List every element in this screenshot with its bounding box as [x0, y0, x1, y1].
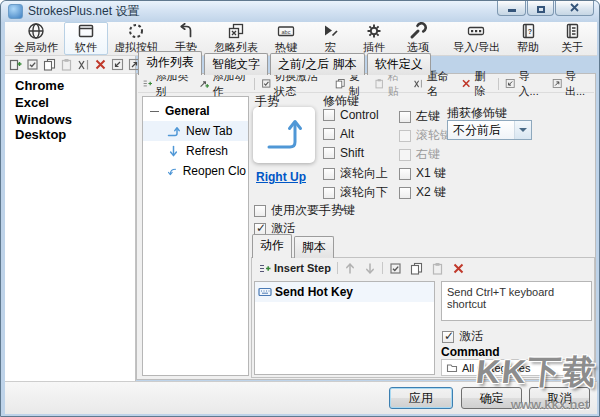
- maximize-button[interactable]: [527, 1, 554, 16]
- modifier-wheel-up-checkbox[interactable]: 滚轮向上: [323, 165, 388, 182]
- toolbar-global-actions-button[interactable]: 全局动作: [8, 22, 64, 55]
- help-book-icon: ?: [518, 22, 538, 40]
- import-actions-button[interactable]: 导入...: [501, 75, 547, 92]
- toggle-app-active-button[interactable]: [25, 58, 40, 72]
- add-action-button[interactable]: 添加动作: [195, 75, 252, 92]
- export-icon: [552, 77, 562, 90]
- modifier-left-button-checkbox[interactable]: 左键: [399, 108, 440, 125]
- tree-item-reopen-closed[interactable]: Reopen Clo: [143, 161, 248, 181]
- command-category-value: All Categories: [462, 362, 530, 374]
- tab-action-list[interactable]: 动作列表: [138, 51, 202, 75]
- collapse-icon[interactable]: [150, 107, 159, 116]
- export-actions-button[interactable]: 导出...: [548, 75, 594, 92]
- copy-step-button[interactable]: [406, 260, 427, 276]
- add-app-button[interactable]: [8, 58, 23, 72]
- step-active-checkbox[interactable]: 激活: [442, 328, 483, 345]
- toolbar-label: 全局动作: [14, 40, 58, 55]
- command-category-dropdown[interactable]: All Categories: [441, 359, 592, 376]
- copy-action-button[interactable]: 复制: [331, 75, 370, 92]
- move-step-up-button[interactable]: [340, 260, 360, 276]
- close-button[interactable]: [555, 1, 594, 16]
- modifier-x2-checkbox[interactable]: X2 键: [399, 184, 446, 201]
- delete-action-button[interactable]: 删除: [457, 75, 496, 92]
- checkbox-box: [399, 130, 411, 142]
- toolbar-separator: [382, 262, 383, 274]
- gesture-down-icon: [167, 145, 180, 158]
- toolbar-hotkeys-button[interactable]: abc 热键: [264, 22, 308, 55]
- paste-action-button[interactable]: 粘贴: [370, 75, 409, 92]
- modifier-wheel-down-checkbox[interactable]: 滚轮向下: [323, 184, 388, 201]
- checkbox-box: [399, 168, 411, 180]
- modifier-wheel-button-checkbox: 滚轮键: [399, 127, 452, 144]
- software-list-item[interactable]: Chrome: [5, 77, 135, 94]
- step-row-send-hot-key[interactable]: Send Hot Key: [255, 282, 434, 302]
- move-step-down-button[interactable]: [360, 260, 380, 276]
- tab-app-definition[interactable]: 软件定义: [367, 53, 431, 75]
- toggle-active-button[interactable]: 切换激活状态: [257, 75, 332, 92]
- action-tree: General New Tab Refresh Reopen Clo: [142, 96, 249, 376]
- secondary-gesture-checkbox[interactable]: 使用次要手势键: [254, 202, 355, 219]
- toolbar-about-button[interactable]: 关于: [550, 22, 594, 55]
- paste-step-button[interactable]: [427, 260, 448, 276]
- software-list-item[interactable]: Windows Desktop: [5, 111, 135, 143]
- ok-button[interactable]: 确定: [461, 387, 522, 409]
- delete-icon: [461, 77, 471, 90]
- copy-app-button[interactable]: [42, 58, 57, 72]
- toggle-active-icon: [261, 77, 272, 90]
- insert-step-button[interactable]: Insert Step: [254, 260, 335, 276]
- hotkey-abc-icon: abc: [276, 22, 296, 40]
- window-title: StrokesPlus.net 设置: [28, 3, 139, 20]
- software-list: Chrome Excel Windows Desktop: [5, 74, 135, 143]
- add-category-button[interactable]: 添加类别: [138, 75, 195, 92]
- modifier-control-checkbox[interactable]: Control: [323, 108, 379, 122]
- toolbar-import-export-button[interactable]: 导入/导出: [447, 22, 506, 55]
- toolbar-apps-button[interactable]: 软件: [64, 22, 108, 55]
- modifier-alt-checkbox[interactable]: Alt: [323, 127, 354, 141]
- checkbox-box: [323, 168, 335, 180]
- macro-play-pen-icon: [320, 22, 340, 40]
- toolbar-macros-button[interactable]: 宏: [308, 22, 352, 55]
- step-description-field[interactable]: Send Ctrl+T keyboard shortcut: [441, 281, 592, 321]
- paste-app-button[interactable]: [59, 58, 74, 72]
- tab-action[interactable]: 动作: [252, 234, 292, 258]
- software-list-item[interactable]: Excel: [5, 94, 135, 111]
- delete-app-button[interactable]: [93, 58, 108, 72]
- app-icon: [8, 4, 23, 19]
- delete-step-button[interactable]: [448, 260, 469, 276]
- tab-before-after-script[interactable]: 之前/之后 脚本: [270, 53, 365, 75]
- modifier-x1-checkbox[interactable]: X1 键: [399, 165, 446, 182]
- rename-app-button[interactable]: [76, 58, 91, 72]
- copy-icon: [410, 262, 423, 275]
- strokesplus-settings-window: StrokesPlus.net 设置 全局动作 软件 虚拟按钮 手势 忽略列表: [0, 0, 600, 417]
- toggle-step-active-button[interactable]: [385, 260, 406, 276]
- sidebar-toolbar: [5, 56, 135, 74]
- toolbar-label: 导入/导出: [453, 40, 500, 55]
- capture-modifiers-dropdown[interactable]: 不分前后: [447, 120, 532, 140]
- toolbar-help-button[interactable]: ? 帮助: [506, 22, 550, 55]
- toolbar-label: 软件: [75, 40, 97, 55]
- svg-text:abc: abc: [282, 29, 291, 35]
- tab-smart-text[interactable]: 智能文字: [204, 53, 268, 75]
- tree-item-new-tab[interactable]: New Tab: [143, 121, 248, 141]
- import-icon: [505, 77, 515, 90]
- apply-button[interactable]: 应用: [389, 387, 453, 409]
- tab-script[interactable]: 脚本: [294, 236, 334, 258]
- tree-category-general[interactable]: General: [143, 102, 248, 121]
- rename-action-button[interactable]: 重命名: [409, 75, 457, 92]
- toolbar-separator: [254, 78, 255, 90]
- toolbar-plugins-button[interactable]: 插件: [352, 22, 396, 55]
- down-arrow-icon: [364, 262, 376, 275]
- cancel-button[interactable]: 取消: [529, 387, 590, 409]
- modifier-shift-checkbox[interactable]: Shift: [323, 146, 364, 160]
- svg-text:?: ?: [528, 28, 532, 35]
- tree-item-refresh[interactable]: Refresh: [143, 141, 248, 161]
- import-apps-button[interactable]: [110, 58, 125, 72]
- checkbox-box: [323, 128, 335, 140]
- toolbar-ignore-list-button[interactable]: 忽略列表: [208, 22, 264, 55]
- minimize-button[interactable]: [497, 1, 526, 16]
- gesture-name-link[interactable]: Right Up: [256, 170, 306, 184]
- toolbar-options-button[interactable]: 选项: [396, 22, 440, 55]
- software-sidebar: Chrome Excel Windows Desktop: [5, 56, 136, 381]
- command-label: Command: [441, 345, 500, 359]
- toolbar-separator: [498, 78, 499, 90]
